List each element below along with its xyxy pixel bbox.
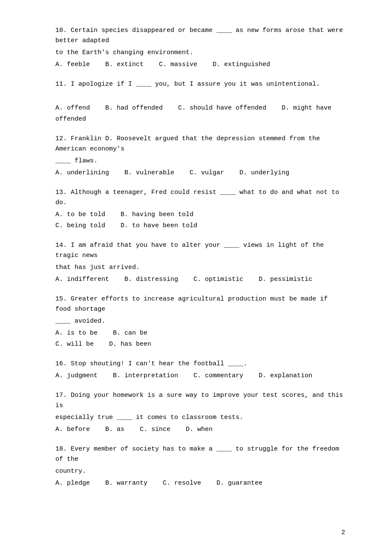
q11-spacer [55,91,345,101]
q15-line1: 15. Greater efforts to increase agricult… [55,294,345,315]
page-content: 10. Certain species disappeared or becam… [55,26,345,489]
q10-line1: 10. Certain species disappeared or becam… [55,26,345,46]
q15-options-line1: A. is to be B. can be [55,328,345,338]
q12-options: A. underlining B. vulnerable C. vulgar D… [55,168,345,178]
q10-options: A. feeble B. extinct C. massive D. extin… [55,60,345,70]
question-11: 11. I apologize if I ____ you, but I ass… [55,79,345,124]
q13-options-line1: A. to be told B. having been told [55,210,345,220]
q14-line1: 14. I am afraid that you have to alter y… [55,240,345,261]
q17-line2: especially true ____ it comes to classro… [55,413,345,423]
question-13: 13. Although a teenager, Fred could resi… [55,188,345,231]
q15-line2: ____ avoided. [55,316,345,327]
q12-line2: ____ flaws. [55,156,345,166]
page-number: 2 [341,528,345,538]
question-15: 15. Greater efforts to increase agricult… [55,294,345,350]
q13-line1: 13. Although a teenager, Fred could resi… [55,188,345,208]
question-17: 17. Doing your homework is a sure way to… [55,390,345,435]
q18-line1: 18. Every member of society has to make … [55,444,345,465]
q14-options: A. indifferent B. distressing C. optimis… [55,275,345,285]
q10-line2: to the Earth's changing environment. [55,48,345,58]
q17-line1: 17. Doing your homework is a sure way to… [55,390,345,411]
q11-options-line2: offended [55,114,345,124]
q11-line1: 11. I apologize if I ____ you, but I ass… [55,79,345,90]
q16-line1: 16. Stop shouting! I can't hear the foot… [55,359,345,369]
question-18: 18. Every member of society has to make … [55,444,345,489]
q12-line1: 12. Franklin D. Roosevelt argued that th… [55,134,345,154]
q13-options-line2: C. being told D. to have been told [55,221,345,231]
q15-options-line2: C. will be D. has been [55,339,345,350]
q14-line2: that has just arrived. [55,263,345,273]
question-12: 12. Franklin D. Roosevelt argued that th… [55,134,345,178]
question-10: 10. Certain species disappeared or becam… [55,26,345,70]
q18-options: A. pledge B. warranty C. resolve D. guar… [55,478,345,489]
q16-options: A. judgment B. interpretation C. comment… [55,371,345,381]
q17-options: A. before B. as C. since D. when [55,425,345,435]
question-14: 14. I am afraid that you have to alter y… [55,240,345,285]
q11-options-line1: A. offend B. had offended C. should have… [55,103,345,113]
question-16: 16. Stop shouting! I can't hear the foot… [55,359,345,381]
q18-line2: country. [55,466,345,477]
